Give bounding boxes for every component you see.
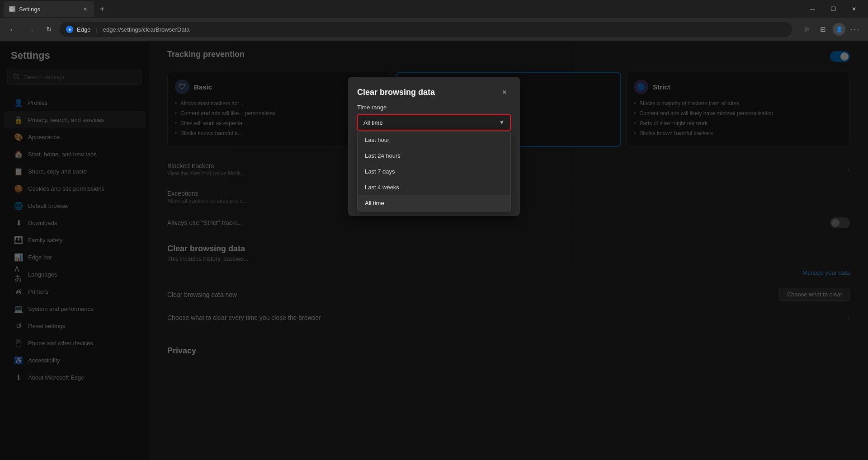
time-range-label: Time range [357,104,511,111]
modal-close-button[interactable]: ✕ [498,86,511,99]
address-bar[interactable]: e Edge | edge://settings/clearBrowserDat… [60,22,792,37]
modal-title: Clear browsing data [357,88,435,97]
favorites-icon[interactable]: ☆ [799,22,814,37]
dropdown-select-button[interactable]: All time ▼ [357,114,511,131]
site-name: Edge [77,26,90,33]
browser-chrome: ⚙ Settings ✕ + — ❐ ✕ ← → ↻ e Edge | edge… [0,0,868,41]
option-all-time[interactable]: All time [358,195,510,211]
minimize-button[interactable]: — [802,0,823,18]
address-divider: | [96,26,97,33]
tab-title: Settings [19,6,40,13]
refresh-button[interactable]: ↻ [42,22,56,37]
tab-bar: ⚙ Settings ✕ + — ❐ ✕ [0,0,868,18]
forward-button[interactable]: → [24,22,38,37]
edge-icon: e [66,26,73,33]
settings-tab[interactable]: ⚙ Settings ✕ [4,1,94,17]
tab-close-button[interactable]: ✕ [81,5,89,13]
modal-header: Clear browsing data ✕ [348,77,520,104]
address-url: edge://settings/clearBrowserData [103,26,189,33]
nav-icons: ☆ ⊞ 👤 ··· [799,22,863,37]
profile-avatar: 👤 [833,23,845,36]
nav-bar: ← → ↻ e Edge | edge://settings/clearBrow… [0,18,868,41]
back-button[interactable]: ← [5,22,20,37]
window-controls: — ❐ ✕ [802,0,864,18]
dropdown-selected-value: All time [363,119,383,126]
dropdown-arrow-icon: ▼ [499,119,505,126]
modal-body: Time range All time ▼ Last hour Last 24 … [348,104,520,216]
maximize-button[interactable]: ❐ [823,0,844,18]
dropdown-menu: Last hour Last 24 hours Last 7 days Last… [357,131,511,211]
clear-browsing-modal: Clear browsing data ✕ Time range All tim… [348,77,520,216]
profile-icon[interactable]: 👤 [832,22,846,37]
option-last-24[interactable]: Last 24 hours [358,148,510,164]
option-last-4w[interactable]: Last 4 weeks [358,179,510,195]
time-range-dropdown: All time ▼ Last hour Last 24 hours Last … [357,114,511,131]
option-last-7[interactable]: Last 7 days [358,164,510,179]
new-tab-button[interactable]: + [96,3,108,15]
option-last-hour[interactable]: Last hour [358,132,510,148]
close-button[interactable]: ✕ [844,0,864,18]
modal-overlay: Clear browsing data ✕ Time range All tim… [0,41,868,460]
tab-favicon: ⚙ [9,6,15,12]
menu-button[interactable]: ··· [848,22,863,37]
collections-icon[interactable]: ⊞ [816,22,830,37]
